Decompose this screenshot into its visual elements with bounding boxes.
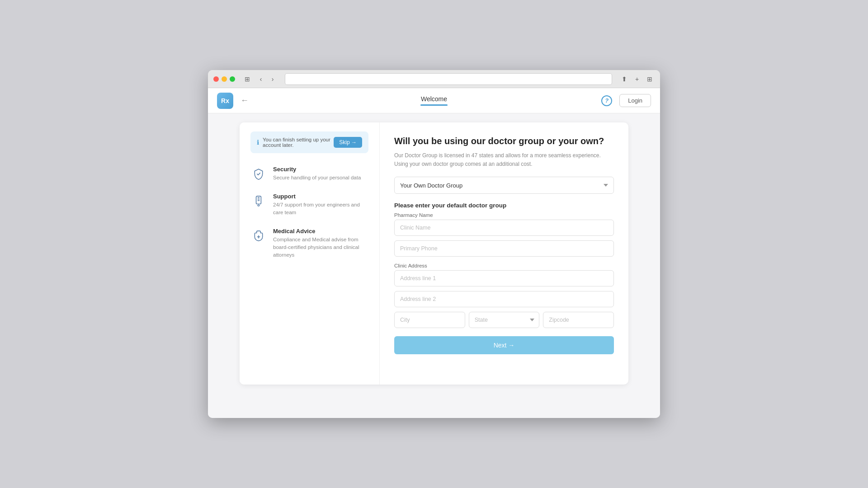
nav-buttons: ‹ › xyxy=(256,74,278,84)
feature-security: Security Secure handling of your persona… xyxy=(250,166,368,182)
state-dropdown[interactable]: State AL CA NY TX xyxy=(469,312,540,328)
feature-support-desc: 24/7 support from your engineers and car… xyxy=(273,201,368,217)
address-line2-input[interactable] xyxy=(394,291,614,307)
feature-security-title: Security xyxy=(273,166,361,173)
city-state-zip-row: State AL CA NY TX xyxy=(394,312,614,333)
banner-text: You can finish setting up your account l… xyxy=(263,137,334,148)
help-icon[interactable]: ? xyxy=(601,95,612,106)
header-title: Welcome xyxy=(421,95,447,103)
security-icon xyxy=(250,166,267,182)
back-button[interactable]: ← xyxy=(241,96,249,105)
login-button[interactable]: Login xyxy=(619,94,651,107)
feature-support: Support 24/7 support from your engineers… xyxy=(250,193,368,217)
forward-nav-icon[interactable]: › xyxy=(268,74,278,84)
subsection-title: Please enter your default doctor group xyxy=(394,202,614,209)
medical-icon xyxy=(250,228,267,244)
sidebar-toggle-icon[interactable]: ⊞ xyxy=(242,74,252,84)
right-panel: Will you be using our doctor group or yo… xyxy=(380,122,628,385)
back-nav-icon[interactable]: ‹ xyxy=(256,74,266,84)
pharmacy-name-label: Pharmacy Name xyxy=(394,212,614,218)
browser-titlebar: ⊞ ‹ › ⬆ + ⊞ xyxy=(208,70,660,88)
section-description: Our Doctor Group is licensed in 47 state… xyxy=(394,151,614,169)
feature-support-content: Support 24/7 support from your engineers… xyxy=(273,193,368,217)
feature-security-desc: Secure handling of your personal data xyxy=(273,174,361,182)
feature-security-content: Security Secure handling of your persona… xyxy=(273,166,361,182)
header-center: Welcome xyxy=(420,95,448,106)
header-right: ? Login xyxy=(601,94,651,107)
browser-window: ⊞ ‹ › ⬆ + ⊞ Rx ← Welcome ? Login xyxy=(208,70,660,418)
next-button[interactable]: Next → xyxy=(394,336,614,354)
skip-button[interactable]: Skip → xyxy=(334,137,362,148)
traffic-lights xyxy=(213,76,235,82)
main-card: ℹ You can finish setting up your account… xyxy=(240,122,628,385)
section-title: Will you be using our doctor group or yo… xyxy=(394,135,614,147)
feature-list: Security Secure handling of your persona… xyxy=(250,166,368,259)
app-body: ℹ You can finish setting up your account… xyxy=(208,113,660,418)
info-icon: ℹ xyxy=(257,139,259,146)
extensions-icon[interactable]: ⊞ xyxy=(645,74,655,84)
feature-medical-content: Medical Advice Compliance and Medical ad… xyxy=(273,228,368,259)
left-panel: ℹ You can finish setting up your account… xyxy=(240,122,380,385)
traffic-light-green[interactable] xyxy=(230,76,235,82)
feature-support-title: Support xyxy=(273,193,368,200)
address-line1-input[interactable] xyxy=(394,270,614,286)
info-banner-left: ℹ You can finish setting up your account… xyxy=(257,137,334,148)
app-header: Rx ← Welcome ? Login xyxy=(208,88,660,113)
clinic-address-label: Clinic Address xyxy=(394,263,614,268)
clinic-name-input[interactable] xyxy=(394,220,614,236)
new-tab-icon[interactable]: + xyxy=(632,74,642,84)
traffic-light-red[interactable] xyxy=(213,76,219,82)
share-icon[interactable]: ⬆ xyxy=(619,74,629,84)
feature-medical: Medical Advice Compliance and Medical ad… xyxy=(250,228,368,259)
browser-actions: ⬆ + ⊞ xyxy=(619,74,655,84)
zipcode-input[interactable] xyxy=(543,312,614,328)
support-icon xyxy=(250,193,267,209)
city-input[interactable] xyxy=(394,312,465,328)
primary-phone-input[interactable] xyxy=(394,240,614,257)
feature-medical-title: Medical Advice xyxy=(273,228,368,235)
info-banner: ℹ You can finish setting up your account… xyxy=(250,131,368,153)
traffic-light-yellow[interactable] xyxy=(222,76,227,82)
doctor-group-dropdown[interactable]: Our Doctor Group Your Own Doctor Group xyxy=(394,177,614,194)
app-logo: Rx xyxy=(217,93,233,109)
feature-medical-desc: Compliance and Medical advise from board… xyxy=(273,236,368,259)
header-underline xyxy=(420,104,448,106)
address-bar[interactable] xyxy=(285,73,612,85)
